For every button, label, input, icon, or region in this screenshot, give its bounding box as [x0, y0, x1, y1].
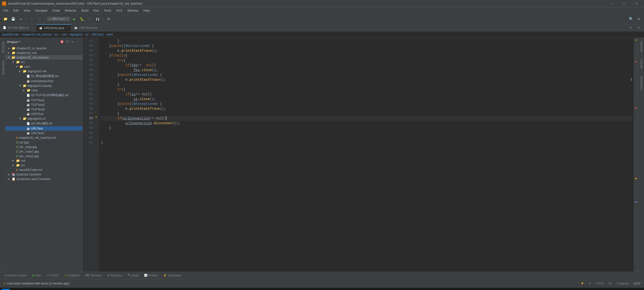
code-content[interactable]: } } catch (IOException e) { e.printStack… — [99, 38, 634, 272]
tree-item-tcptest2[interactable]: ☕ TCPTest2 — [5, 102, 82, 107]
tree-item-01txt[interactable]: 📄 01-网络编程概述.txt — [5, 74, 82, 79]
toolbar-search-btn[interactable]: 🔍 — [628, 16, 634, 22]
structure-tab[interactable]: Structure — [0, 38, 5, 56]
tree-item-picjpg[interactable]: 🖼 pic.jpg — [5, 140, 82, 144]
status-lang-item[interactable]: A — [588, 281, 592, 286]
debug-button[interactable]: 🐛 — [79, 16, 86, 22]
menu-run[interactable]: Run — [91, 8, 102, 13]
sidebar-gear-btn[interactable]: ⚙ — [70, 39, 75, 44]
toolbar-forward-btn[interactable]: → — [36, 16, 43, 22]
taskbar-edge[interactable]: 🌐 — [37, 289, 44, 290]
tree-item-external-libs[interactable]: ▶ 📚 External Libraries — [5, 172, 82, 177]
taskbar-search[interactable]: 🔍 — [11, 289, 18, 290]
tree-item-atguigu02[interactable]: ▼ 📁 atguigu02.tcpudp — [5, 84, 82, 88]
tree-item-chapter16net[interactable]: ▶ 📁 chapter16_net — [5, 50, 82, 55]
menu-file[interactable]: File — [1, 8, 11, 13]
tree-item-out[interactable]: ▶ 📁 out — [5, 158, 82, 163]
menu-edit[interactable]: Edit — [11, 8, 21, 13]
breadcrumb-com[interactable]: com — [61, 33, 67, 36]
editor-scroll-gutter[interactable]: ▲ — [634, 38, 637, 272]
taskbar-intellij[interactable]: J — [54, 289, 62, 290]
sidebar-locate-btn[interactable]: 🎯 — [59, 39, 64, 44]
toolbar-git-btn[interactable]: ⑆ — [105, 16, 112, 22]
menu-help[interactable]: Help — [141, 8, 152, 13]
tree-item-02txt[interactable]: 📄 02-TCP与UDP网络编程.txt — [5, 92, 82, 98]
tree-item-chapter15[interactable]: ▶ 📁 chapter15_io_teacher — [5, 46, 82, 50]
tree-item-udptest[interactable]: ☕ UDPTest — [5, 112, 82, 116]
menu-build[interactable]: Build — [79, 8, 91, 13]
tree-item-03txt[interactable]: 📄 03-URL编程.txt — [5, 121, 82, 126]
code-editor[interactable]: 42 43 44 45 46 47 48 49 50 51 52 53 54 5… — [83, 38, 637, 272]
toolbar-settings-btn[interactable]: ⚙ — [635, 16, 642, 22]
tree-item-piccopy1jpg[interactable]: 🖼 pic_copy1.jpg — [5, 149, 82, 154]
tab-urltxt[interactable]: 📄 03-URL编程.txt × — [0, 24, 36, 31]
tree-item-tcptest1[interactable]: ☕ TCPTest1 — [5, 98, 82, 102]
database-tab[interactable]: Database — [638, 38, 644, 56]
breadcrumb-url[interactable]: url — [85, 33, 88, 36]
toolbar-more-btn[interactable]: ❚❚ — [94, 16, 101, 22]
run-configuration[interactable]: ▸ URLTest ▼ — [47, 17, 70, 21]
menu-view[interactable]: View — [21, 8, 33, 13]
tree-item-chapter16netteacher[interactable]: ▼ 📂 chapter16_net_teacher — [5, 55, 82, 60]
menu-navigate[interactable]: Navigate — [33, 8, 50, 13]
start-button[interactable]: ⊞ — [2, 289, 10, 290]
notifications-tab[interactable]: Notifications — [638, 72, 644, 94]
taskbar-explorer[interactable]: 🗂 — [28, 289, 36, 290]
status-encoding-item[interactable]: UTF-8 — [594, 281, 605, 286]
toolbar-refresh-btn[interactable]: ↺ — [18, 16, 24, 22]
bottom-tab-versioncontrol[interactable]: ⑆ Version Control — [2, 273, 29, 278]
taskbar-chrome[interactable]: 🔵 — [46, 289, 53, 290]
menu-vcs[interactable]: VCS — [114, 8, 125, 13]
bottom-tab-terminal[interactable]: ⌨ Terminal — [83, 273, 104, 278]
tree-item-src2[interactable]: ▶ 📁 src — [5, 163, 82, 168]
bottom-tab-autobuild[interactable]: ⚡ Auto-build — [161, 273, 183, 278]
tree-item-javasecode-iml[interactable]: ◆ JavaSECode.iml — [5, 168, 82, 172]
tree-item-piccopyjpg[interactable]: 🖼 pic_copy.jpg — [5, 144, 82, 149]
run-button[interactable]: ▶ — [71, 16, 78, 22]
status-indent-item[interactable]: 4 spaces — [616, 281, 630, 286]
tree-item-chat[interactable]: ▶ 📁 chat — [5, 88, 82, 92]
tab-gear-btn[interactable]: ⚙ — [628, 24, 634, 31]
tab-txt-close[interactable]: × — [32, 26, 33, 29]
tree-item-scratches[interactable]: ▶ 📋 Scratches and Consoles — [5, 177, 82, 181]
toolbar-folder-btn[interactable]: 📁 — [2, 16, 9, 22]
tree-item-atguigu03[interactable]: ▼ 📁 atguigu03.url — [5, 116, 82, 121]
tab-expand-btn[interactable]: ⊡ — [635, 24, 642, 31]
breadcrumb-src[interactable]: src — [54, 33, 58, 36]
tree-item-inetaddresstest[interactable]: ☕ InetAddressTest — [5, 79, 82, 84]
breadcrumb-atguigu03[interactable]: atguigu03 — [70, 33, 82, 36]
tree-item-com[interactable]: ▼ 📁 com — [5, 64, 82, 69]
toolbar-save-btn[interactable]: 💾 — [10, 16, 16, 22]
menu-code[interactable]: Code — [50, 8, 62, 13]
sidebar-close-btn[interactable]: – — [75, 39, 80, 44]
tree-item-src[interactable]: ▼ 📁 src — [5, 60, 82, 64]
close-button[interactable]: × — [631, 0, 642, 7]
sidebar-expand-btn[interactable]: ☰ — [64, 39, 70, 44]
stop-button[interactable]: ⬛ — [86, 16, 93, 22]
tree-item-chapter16iml[interactable]: ◆ chapter16_net_teacher.iml — [5, 135, 82, 140]
taskbar-taskview[interactable]: ⊟ — [19, 289, 27, 290]
menu-refactor[interactable]: Refactor — [62, 8, 79, 13]
tab-java1-close[interactable]: × — [66, 26, 68, 30]
tree-item-urltest[interactable]: ☕ URLTest — [5, 126, 82, 131]
bottom-tab-run[interactable]: ▶ Run — [30, 273, 43, 278]
bottom-tab-services[interactable]: ⚙ Services — [105, 273, 124, 278]
tree-item-tcptest3[interactable]: ☕ TCPTest3 — [5, 107, 82, 112]
breadcrumb-urltest1[interactable]: URLTest1 — [92, 33, 104, 36]
toolbar-back-btn[interactable]: ← — [28, 16, 35, 22]
bottom-tab-problems[interactable]: ⚠ Problems — [62, 273, 82, 278]
restore-button[interactable]: □ — [619, 0, 630, 7]
menu-tools[interactable]: Tools — [102, 8, 114, 13]
menu-window[interactable]: Window — [125, 8, 141, 13]
bookmarks-tab[interactable]: Bookmarks — [0, 56, 5, 78]
bottom-tab-build[interactable]: 🔨 Build — [125, 273, 141, 278]
breadcrumb-test1[interactable]: test1 — [107, 33, 113, 36]
jclasslib-tab[interactable]: jclasslib — [638, 56, 644, 72]
tab-urltest[interactable]: ☕ URLTest.java × — [71, 24, 105, 31]
status-linefeed-item[interactable]: LF — [607, 281, 614, 286]
tab-java2-close[interactable]: × — [100, 26, 101, 29]
tab-urltest1[interactable]: ☕ URLTest1.java × — [36, 24, 71, 31]
tree-item-piccopy2jpg[interactable]: 🖼 pic_copy2.jpg — [5, 154, 82, 158]
tree-item-atguigu01[interactable]: ▶ 📁 atguigu01.net — [5, 69, 82, 74]
tree-item-urltest1[interactable]: ☕ URLTest1 — [5, 131, 82, 135]
